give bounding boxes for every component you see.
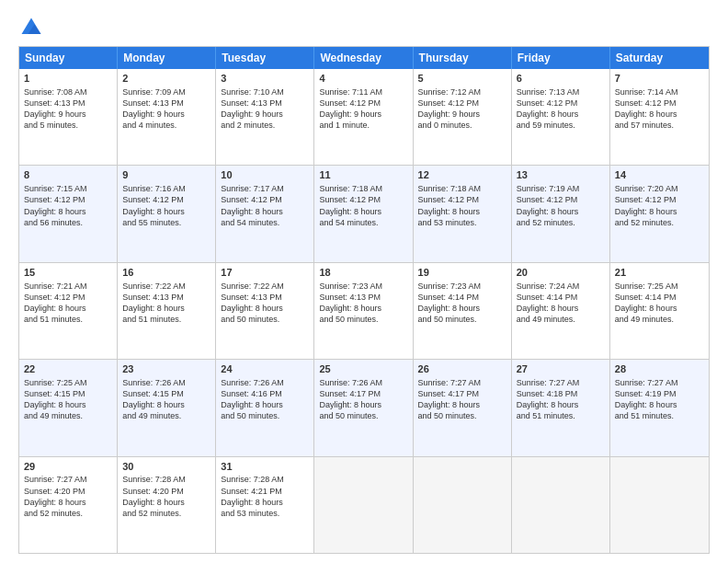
day-info-line: Daylight: 8 hours	[122, 399, 210, 410]
day-info-line: Sunrise: 7:08 AM	[24, 86, 112, 98]
day-info-line: Daylight: 8 hours	[517, 109, 605, 120]
empty-cell	[414, 457, 512, 553]
day-info-line: Sunset: 4:17 PM	[319, 388, 407, 399]
day-number: 10	[221, 168, 309, 182]
day-info-line: Sunset: 4:13 PM	[221, 292, 309, 303]
day-number: 30	[122, 460, 210, 474]
day-number: 29	[24, 460, 112, 474]
day-info-line: Sunrise: 7:10 AM	[221, 86, 309, 98]
day-of-week-sunday: Sunday	[19, 47, 118, 69]
day-number: 6	[517, 72, 605, 86]
day-cell-11: 11Sunrise: 7:18 AMSunset: 4:12 PMDayligh…	[314, 166, 413, 261]
day-cell-13: 13Sunrise: 7:19 AMSunset: 4:12 PMDayligh…	[512, 166, 610, 261]
day-info-line: Daylight: 8 hours	[221, 206, 309, 217]
day-cell-16: 16Sunrise: 7:22 AMSunset: 4:13 PMDayligh…	[118, 263, 216, 359]
day-info-line: Sunset: 4:14 PM	[615, 292, 704, 303]
day-cell-6: 6Sunrise: 7:13 AMSunset: 4:12 PMDaylight…	[512, 69, 610, 165]
day-cell-10: 10Sunrise: 7:17 AMSunset: 4:12 PMDayligh…	[216, 166, 314, 261]
day-info-line: Sunrise: 7:23 AM	[319, 281, 407, 292]
day-info-line: Sunset: 4:15 PM	[24, 388, 112, 399]
day-cell-2: 2Sunrise: 7:09 AMSunset: 4:13 PMDaylight…	[118, 69, 216, 165]
day-cell-23: 23Sunrise: 7:26 AMSunset: 4:15 PMDayligh…	[118, 360, 216, 455]
day-info-line: Sunrise: 7:26 AM	[122, 377, 210, 388]
day-info-line: and 59 minutes.	[517, 120, 605, 131]
day-info-line: Sunrise: 7:27 AM	[615, 377, 704, 388]
day-info-line: Sunset: 4:13 PM	[122, 292, 210, 303]
day-info-line: and 50 minutes.	[418, 314, 506, 325]
day-cell-7: 7Sunrise: 7:14 AMSunset: 4:12 PMDaylight…	[610, 69, 709, 165]
day-of-week-monday: Monday	[118, 47, 216, 69]
day-number: 9	[122, 168, 210, 182]
day-cell-26: 26Sunrise: 7:27 AMSunset: 4:17 PMDayligh…	[414, 360, 512, 455]
day-info-line: and 51 minutes.	[615, 410, 704, 421]
day-info-line: Sunrise: 7:11 AM	[319, 86, 407, 98]
day-info-line: Daylight: 9 hours	[418, 109, 506, 120]
day-cell-3: 3Sunrise: 7:10 AMSunset: 4:13 PMDaylight…	[216, 69, 314, 165]
calendar: SundayMondayTuesdayWednesdayThursdayFrid…	[18, 46, 710, 554]
day-of-week-wednesday: Wednesday	[314, 47, 413, 69]
page: SundayMondayTuesdayWednesdayThursdayFrid…	[0, 0, 728, 563]
calendar-row-5: 29Sunrise: 7:27 AMSunset: 4:20 PMDayligh…	[19, 457, 709, 553]
day-cell-5: 5Sunrise: 7:12 AMSunset: 4:12 PMDaylight…	[414, 69, 512, 165]
day-info-line: Sunrise: 7:25 AM	[24, 377, 112, 388]
day-info-line: and 54 minutes.	[221, 217, 309, 228]
day-info-line: Sunset: 4:15 PM	[122, 388, 210, 399]
day-info-line: Sunrise: 7:18 AM	[418, 183, 506, 194]
day-info-line: Daylight: 8 hours	[24, 303, 112, 314]
day-info-line: Sunset: 4:20 PM	[24, 486, 112, 497]
empty-cell	[512, 457, 610, 553]
day-number: 13	[517, 168, 605, 182]
day-cell-17: 17Sunrise: 7:22 AMSunset: 4:13 PMDayligh…	[216, 263, 314, 359]
day-info-line: Daylight: 8 hours	[418, 206, 506, 217]
day-cell-19: 19Sunrise: 7:23 AMSunset: 4:14 PMDayligh…	[414, 263, 512, 359]
day-cell-1: 1Sunrise: 7:08 AMSunset: 4:13 PMDaylight…	[19, 69, 118, 165]
day-info-line: and 2 minutes.	[221, 120, 309, 131]
day-info-line: and 52 minutes.	[615, 217, 704, 228]
day-info-line: Sunrise: 7:22 AM	[122, 281, 210, 292]
day-info-line: Sunset: 4:12 PM	[517, 98, 605, 109]
day-info-line: and 51 minutes.	[122, 314, 210, 325]
day-info-line: Sunset: 4:13 PM	[122, 98, 210, 109]
day-cell-15: 15Sunrise: 7:21 AMSunset: 4:12 PMDayligh…	[19, 263, 118, 359]
day-info-line: and 56 minutes.	[24, 217, 112, 228]
day-info-line: Sunset: 4:12 PM	[319, 98, 407, 109]
day-info-line: Sunset: 4:18 PM	[517, 388, 605, 399]
empty-cell	[314, 457, 413, 553]
day-number: 11	[319, 168, 407, 182]
day-info-line: Daylight: 8 hours	[221, 303, 309, 314]
day-info-line: Daylight: 8 hours	[122, 497, 210, 508]
day-cell-25: 25Sunrise: 7:26 AMSunset: 4:17 PMDayligh…	[314, 360, 413, 455]
day-number: 19	[418, 266, 506, 280]
day-info-line: Sunset: 4:13 PM	[319, 292, 407, 303]
calendar-row-4: 22Sunrise: 7:25 AMSunset: 4:15 PMDayligh…	[19, 360, 709, 456]
day-info-line: Daylight: 8 hours	[517, 303, 605, 314]
day-info-line: Daylight: 8 hours	[418, 399, 506, 410]
empty-cell	[610, 457, 709, 553]
day-info-line: Sunrise: 7:18 AM	[319, 183, 407, 194]
day-info-line: Sunrise: 7:27 AM	[418, 377, 506, 388]
day-info-line: and 52 minutes.	[122, 508, 210, 519]
day-number: 24	[221, 362, 309, 376]
day-info-line: and 1 minute.	[319, 120, 407, 131]
day-number: 27	[517, 362, 605, 376]
day-info-line: Sunset: 4:13 PM	[24, 98, 112, 109]
day-cell-24: 24Sunrise: 7:26 AMSunset: 4:16 PMDayligh…	[216, 360, 314, 455]
day-info-line: Sunset: 4:12 PM	[615, 98, 704, 109]
calendar-row-2: 8Sunrise: 7:15 AMSunset: 4:12 PMDaylight…	[19, 166, 709, 262]
day-info-line: Daylight: 8 hours	[418, 303, 506, 314]
day-info-line: Daylight: 8 hours	[615, 399, 704, 410]
day-number: 5	[418, 72, 506, 86]
day-cell-18: 18Sunrise: 7:23 AMSunset: 4:13 PMDayligh…	[314, 263, 413, 359]
day-info-line: Sunset: 4:21 PM	[221, 486, 309, 497]
day-info-line: Daylight: 8 hours	[319, 303, 407, 314]
day-info-line: Daylight: 8 hours	[24, 399, 112, 410]
day-info-line: Sunrise: 7:15 AM	[24, 183, 112, 194]
calendar-row-3: 15Sunrise: 7:21 AMSunset: 4:12 PMDayligh…	[19, 263, 709, 360]
day-info-line: and 49 minutes.	[615, 314, 704, 325]
day-info-line: Daylight: 8 hours	[319, 399, 407, 410]
day-info-line: Sunset: 4:12 PM	[319, 194, 407, 205]
day-number: 20	[517, 266, 605, 280]
day-number: 7	[615, 72, 704, 86]
day-info-line: and 49 minutes.	[24, 410, 112, 421]
day-info-line: Sunrise: 7:26 AM	[319, 377, 407, 388]
